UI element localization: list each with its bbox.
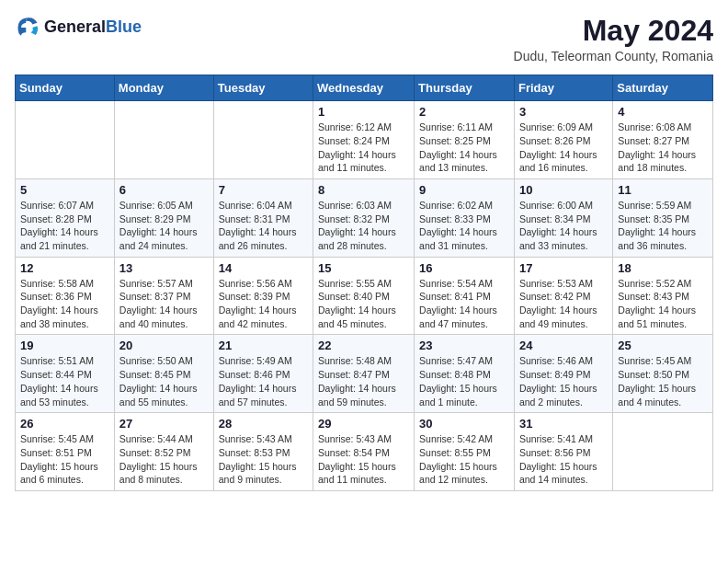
weekday-header-saturday: Saturday: [613, 75, 713, 101]
calendar-cell: 8Sunrise: 6:03 AM Sunset: 8:32 PM Daylig…: [313, 178, 415, 257]
logo-text: General Blue: [44, 18, 142, 37]
calendar-cell: 5Sunrise: 6:07 AM Sunset: 8:28 PM Daylig…: [16, 178, 115, 257]
weekday-header-tuesday: Tuesday: [213, 75, 313, 101]
day-number: 10: [519, 183, 608, 197]
day-info: Sunrise: 6:12 AM Sunset: 8:24 PM Dayligh…: [318, 121, 409, 175]
calendar-cell: 3Sunrise: 6:09 AM Sunset: 8:26 PM Daylig…: [514, 101, 612, 179]
logo-blue: Blue: [106, 18, 142, 37]
day-info: Sunrise: 5:54 AM Sunset: 8:41 PM Dayligh…: [419, 277, 509, 331]
calendar-cell: 20Sunrise: 5:50 AM Sunset: 8:45 PM Dayli…: [114, 335, 213, 413]
day-number: 20: [119, 339, 209, 352]
day-info: Sunrise: 6:07 AM Sunset: 8:28 PM Dayligh…: [20, 199, 109, 253]
calendar-cell: 22Sunrise: 5:48 AM Sunset: 8:47 PM Dayli…: [313, 335, 415, 413]
weekday-header-wednesday: Wednesday: [313, 75, 415, 101]
calendar-cell: 7Sunrise: 6:04 AM Sunset: 8:31 PM Daylig…: [213, 178, 313, 257]
day-number: 23: [419, 339, 509, 352]
day-number: 8: [318, 183, 409, 197]
day-number: 18: [618, 261, 708, 275]
weekday-header-sunday: Sunday: [16, 75, 115, 101]
day-info: Sunrise: 5:45 AM Sunset: 8:50 PM Dayligh…: [618, 354, 708, 408]
day-info: Sunrise: 5:47 AM Sunset: 8:48 PM Dayligh…: [419, 354, 509, 408]
day-info: Sunrise: 5:49 AM Sunset: 8:46 PM Dayligh…: [219, 354, 308, 408]
day-number: 2: [419, 105, 509, 119]
day-info: Sunrise: 5:46 AM Sunset: 8:49 PM Dayligh…: [519, 354, 608, 408]
day-info: Sunrise: 5:57 AM Sunset: 8:37 PM Dayligh…: [119, 277, 209, 331]
calendar-cell: [613, 413, 713, 491]
calendar-cell: 16Sunrise: 5:54 AM Sunset: 8:41 PM Dayli…: [415, 257, 515, 335]
weekday-header-friday: Friday: [514, 75, 612, 101]
day-info: Sunrise: 5:56 AM Sunset: 8:39 PM Dayligh…: [219, 277, 308, 331]
calendar-cell: 4Sunrise: 6:08 AM Sunset: 8:27 PM Daylig…: [613, 101, 713, 179]
day-info: Sunrise: 6:05 AM Sunset: 8:29 PM Dayligh…: [119, 199, 209, 253]
page-header: General Blue May 2024 Dudu, Teleorman Co…: [15, 15, 713, 63]
calendar-week-row: 5Sunrise: 6:07 AM Sunset: 8:28 PM Daylig…: [16, 178, 713, 257]
day-number: 4: [618, 105, 708, 119]
calendar-cell: 17Sunrise: 5:53 AM Sunset: 8:42 PM Dayli…: [514, 257, 612, 335]
calendar-cell: 21Sunrise: 5:49 AM Sunset: 8:46 PM Dayli…: [213, 335, 313, 413]
day-info: Sunrise: 5:58 AM Sunset: 8:36 PM Dayligh…: [20, 277, 109, 331]
calendar-cell: 18Sunrise: 5:52 AM Sunset: 8:43 PM Dayli…: [613, 257, 713, 335]
calendar-cell: 13Sunrise: 5:57 AM Sunset: 8:37 PM Dayli…: [114, 257, 213, 335]
logo-general: General: [44, 18, 106, 37]
day-number: 19: [20, 339, 109, 352]
day-number: 27: [119, 417, 209, 431]
weekday-header-monday: Monday: [114, 75, 213, 101]
day-info: Sunrise: 5:53 AM Sunset: 8:42 PM Dayligh…: [519, 277, 608, 331]
location-subtitle: Dudu, Teleorman County, Romania: [514, 49, 713, 63]
day-info: Sunrise: 6:04 AM Sunset: 8:31 PM Dayligh…: [219, 199, 308, 253]
calendar-cell: 28Sunrise: 5:43 AM Sunset: 8:53 PM Dayli…: [213, 413, 313, 491]
calendar-week-row: 12Sunrise: 5:58 AM Sunset: 8:36 PM Dayli…: [16, 257, 713, 335]
calendar-table: SundayMondayTuesdayWednesdayThursdayFrid…: [15, 75, 713, 491]
calendar-cell: 9Sunrise: 6:02 AM Sunset: 8:33 PM Daylig…: [415, 178, 515, 257]
day-number: 6: [119, 183, 209, 197]
day-number: 16: [419, 261, 509, 275]
day-info: Sunrise: 5:48 AM Sunset: 8:47 PM Dayligh…: [318, 354, 409, 408]
calendar-cell: [16, 101, 115, 179]
logo: General Blue: [15, 15, 142, 40]
day-number: 14: [219, 261, 308, 275]
day-number: 1: [318, 105, 409, 119]
calendar-cell: 14Sunrise: 5:56 AM Sunset: 8:39 PM Dayli…: [213, 257, 313, 335]
calendar-cell: 24Sunrise: 5:46 AM Sunset: 8:49 PM Dayli…: [514, 335, 612, 413]
calendar-cell: 23Sunrise: 5:47 AM Sunset: 8:48 PM Dayli…: [415, 335, 515, 413]
day-number: 22: [318, 339, 409, 352]
day-number: 3: [519, 105, 608, 119]
day-number: 24: [519, 339, 608, 352]
calendar-cell: 12Sunrise: 5:58 AM Sunset: 8:36 PM Dayli…: [16, 257, 115, 335]
day-number: 28: [219, 417, 308, 431]
day-info: Sunrise: 5:41 AM Sunset: 8:56 PM Dayligh…: [519, 432, 608, 487]
day-info: Sunrise: 6:02 AM Sunset: 8:33 PM Dayligh…: [419, 199, 509, 253]
calendar-week-row: 26Sunrise: 5:45 AM Sunset: 8:51 PM Dayli…: [16, 413, 713, 491]
calendar-cell: 29Sunrise: 5:43 AM Sunset: 8:54 PM Dayli…: [313, 413, 415, 491]
title-area: May 2024 Dudu, Teleorman County, Romania: [514, 15, 713, 63]
calendar-cell: 6Sunrise: 6:05 AM Sunset: 8:29 PM Daylig…: [114, 178, 213, 257]
calendar-cell: 19Sunrise: 5:51 AM Sunset: 8:44 PM Dayli…: [16, 335, 115, 413]
general-blue-icon: [15, 15, 40, 40]
day-info: Sunrise: 5:43 AM Sunset: 8:54 PM Dayligh…: [318, 432, 409, 487]
day-info: Sunrise: 5:44 AM Sunset: 8:52 PM Dayligh…: [119, 432, 209, 487]
calendar-cell: 15Sunrise: 5:55 AM Sunset: 8:40 PM Dayli…: [313, 257, 415, 335]
day-info: Sunrise: 6:00 AM Sunset: 8:34 PM Dayligh…: [519, 199, 608, 253]
calendar-cell: 30Sunrise: 5:42 AM Sunset: 8:55 PM Dayli…: [415, 413, 515, 491]
day-info: Sunrise: 6:08 AM Sunset: 8:27 PM Dayligh…: [618, 121, 708, 175]
day-info: Sunrise: 6:03 AM Sunset: 8:32 PM Dayligh…: [318, 199, 409, 253]
calendar-cell: [114, 101, 213, 179]
calendar-cell: [213, 101, 313, 179]
day-info: Sunrise: 6:11 AM Sunset: 8:25 PM Dayligh…: [419, 121, 509, 175]
day-number: 12: [20, 261, 109, 275]
day-info: Sunrise: 5:43 AM Sunset: 8:53 PM Dayligh…: [219, 432, 308, 487]
calendar-cell: 1Sunrise: 6:12 AM Sunset: 8:24 PM Daylig…: [313, 101, 415, 179]
calendar-week-row: 19Sunrise: 5:51 AM Sunset: 8:44 PM Dayli…: [16, 335, 713, 413]
calendar-cell: 2Sunrise: 6:11 AM Sunset: 8:25 PM Daylig…: [415, 101, 515, 179]
day-number: 15: [318, 261, 409, 275]
calendar-cell: 26Sunrise: 5:45 AM Sunset: 8:51 PM Dayli…: [16, 413, 115, 491]
calendar-cell: 10Sunrise: 6:00 AM Sunset: 8:34 PM Dayli…: [514, 178, 612, 257]
day-info: Sunrise: 5:59 AM Sunset: 8:35 PM Dayligh…: [618, 199, 708, 253]
calendar-cell: 11Sunrise: 5:59 AM Sunset: 8:35 PM Dayli…: [613, 178, 713, 257]
day-number: 5: [20, 183, 109, 197]
day-info: Sunrise: 5:45 AM Sunset: 8:51 PM Dayligh…: [20, 432, 109, 487]
day-number: 11: [618, 183, 708, 197]
day-number: 17: [519, 261, 608, 275]
weekday-header-thursday: Thursday: [415, 75, 515, 101]
calendar-cell: 31Sunrise: 5:41 AM Sunset: 8:56 PM Dayli…: [514, 413, 612, 491]
